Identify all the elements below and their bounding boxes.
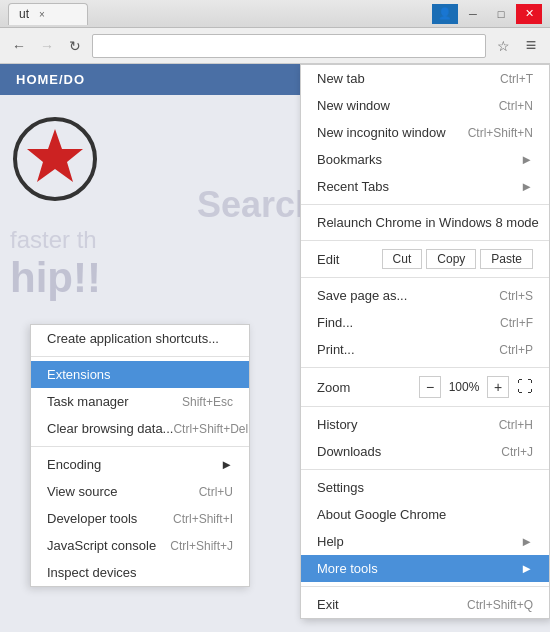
menu-item-bookmarks[interactable]: Bookmarks ► [301, 146, 549, 173]
page-content: HOME/DO Search R faster th hip!! Create … [0, 64, 550, 632]
more-tools-submenu: Create application shortcuts... Extensio… [30, 324, 250, 587]
menu-icon[interactable]: ≡ [520, 35, 542, 57]
submenu-item-view-source[interactable]: View source Ctrl+U [31, 478, 249, 505]
menu-item-exit[interactable]: Exit Ctrl+Shift+Q [301, 591, 549, 618]
menu-item-new-tab[interactable]: New tab Ctrl+T [301, 65, 549, 92]
submenu-item-extensions[interactable]: Extensions [31, 361, 249, 388]
menu-item-help[interactable]: Help ► [301, 528, 549, 555]
back-button[interactable]: ← [8, 35, 30, 57]
submenu-item-dev-tools[interactable]: Developer tools Ctrl+Shift+I [31, 505, 249, 532]
user-button[interactable]: 👤 [432, 4, 458, 24]
maximize-button[interactable]: □ [488, 4, 514, 24]
menu-item-recent-tabs[interactable]: Recent Tabs ► [301, 173, 549, 200]
menu-item-settings[interactable]: Settings [301, 474, 549, 501]
menu-item-history[interactable]: History Ctrl+H [301, 411, 549, 438]
menu-item-about[interactable]: About Google Chrome [301, 501, 549, 528]
forward-button[interactable]: → [36, 35, 58, 57]
tab-title: ut [19, 7, 29, 21]
recent-tabs-arrow-icon: ► [520, 179, 533, 194]
menu-item-more-tools[interactable]: More tools ► [301, 555, 549, 582]
menu-item-new-window[interactable]: New window Ctrl+N [301, 92, 549, 119]
chrome-menu: New tab Ctrl+T New window Ctrl+N New inc… [300, 64, 550, 619]
copy-button[interactable]: Copy [426, 249, 476, 269]
paste-button[interactable]: Paste [480, 249, 533, 269]
more-tools-arrow-icon: ► [520, 561, 533, 576]
menu-item-incognito[interactable]: New incognito window Ctrl+Shift+N [301, 119, 549, 146]
submenu-item-clear-browsing[interactable]: Clear browsing data... Ctrl+Shift+Del [31, 415, 249, 442]
menu-divider-2 [301, 240, 549, 241]
zoom-fullscreen-button[interactable]: ⛶ [517, 378, 533, 396]
close-window-button[interactable]: ✕ [516, 4, 542, 24]
star-icon[interactable]: ☆ [492, 35, 514, 57]
menu-item-find[interactable]: Find... Ctrl+F [301, 309, 549, 336]
help-arrow-icon: ► [520, 534, 533, 549]
menu-divider-1 [301, 204, 549, 205]
menu-item-print[interactable]: Print... Ctrl+P [301, 336, 549, 363]
zoom-plus-button[interactable]: + [487, 376, 509, 398]
submenu-item-js-console[interactable]: JavaScript console Ctrl+Shift+J [31, 532, 249, 559]
menu-item-zoom: Zoom − 100% + ⛶ [301, 372, 549, 402]
reload-button[interactable]: ↻ [64, 35, 86, 57]
menu-divider-3 [301, 277, 549, 278]
toolbar: ← → ↻ ☆ ≡ [0, 28, 550, 64]
address-bar[interactable] [92, 34, 486, 58]
title-bar: ut × 👤 ─ □ ✕ [0, 0, 550, 28]
cut-button[interactable]: Cut [382, 249, 423, 269]
browser-window: ut × 👤 ─ □ ✕ ← → ↻ ☆ ≡ HOME/DO [0, 0, 550, 632]
menu-item-save-page[interactable]: Save page as... Ctrl+S [301, 282, 549, 309]
bookmarks-arrow-icon: ► [520, 152, 533, 167]
submenu-divider-2 [31, 446, 249, 447]
menu-divider-6 [301, 469, 549, 470]
zoom-value: 100% [445, 380, 483, 394]
menu-divider-4 [301, 367, 549, 368]
menu-item-edit: Edit Cut Copy Paste [301, 245, 549, 273]
tab-close-button[interactable]: × [39, 9, 45, 20]
menu-item-relaunch[interactable]: Relaunch Chrome in Windows 8 mode [301, 209, 549, 236]
zoom-minus-button[interactable]: − [419, 376, 441, 398]
zoom-control: − 100% + ⛶ [419, 376, 533, 398]
submenu-item-inspect-devices[interactable]: Inspect devices [31, 559, 249, 586]
window-controls: 👤 ─ □ ✕ [432, 4, 542, 24]
submenu-item-task-manager[interactable]: Task manager Shift+Esc [31, 388, 249, 415]
submenu-item-encoding[interactable]: Encoding ► [31, 451, 249, 478]
menu-divider-7 [301, 586, 549, 587]
submenu-divider-1 [31, 356, 249, 357]
minimize-button[interactable]: ─ [460, 4, 486, 24]
menu-divider-5 [301, 406, 549, 407]
encoding-arrow-icon: ► [220, 457, 233, 472]
menu-item-downloads[interactable]: Downloads Ctrl+J [301, 438, 549, 465]
browser-tab[interactable]: ut × [8, 3, 88, 25]
page-header-text: HOME/DO [16, 72, 85, 87]
submenu-item-create-shortcuts[interactable]: Create application shortcuts... [31, 325, 249, 352]
